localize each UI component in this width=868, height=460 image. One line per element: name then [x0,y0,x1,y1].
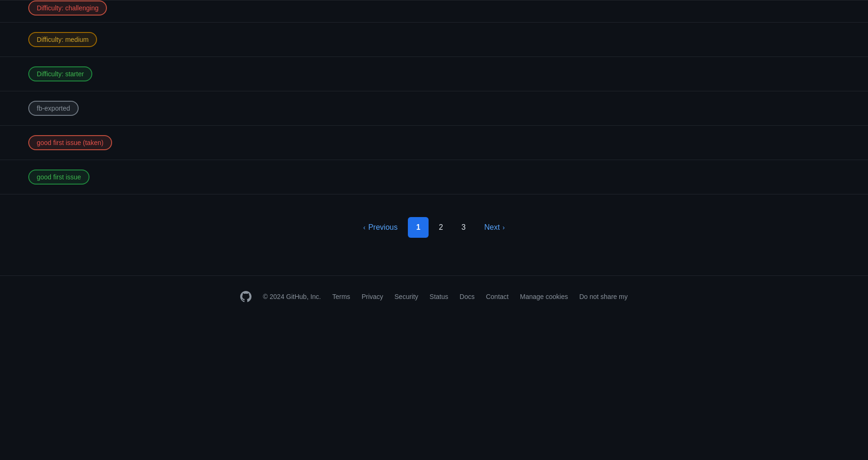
footer-link-do-not-share[interactable]: Do not share my [579,293,628,300]
next-label: Next [484,223,500,232]
chevron-left-icon: ‹ [363,224,365,231]
label-row-good-first-taken: good first issue (taken) [0,126,868,160]
footer-copyright: © 2024 GitHub, Inc. [263,293,321,300]
main-container: Difficulty: challenging Difficulty: medi… [0,0,868,317]
label-row-fb-exported: fb-exported [0,91,868,126]
label-badge-good-first[interactable]: good first issue [28,169,89,185]
github-icon [240,291,251,302]
label-badge-challenging[interactable]: Difficulty: challenging [28,0,107,16]
footer: © 2024 GitHub, Inc. Terms Privacy Securi… [0,275,868,317]
label-badge-starter[interactable]: Difficulty: starter [28,66,92,81]
label-badge-good-first-taken[interactable]: good first issue (taken) [28,135,112,150]
previous-label: Previous [368,223,397,232]
previous-button[interactable]: ‹ Previous [355,219,406,235]
footer-link-manage-cookies[interactable]: Manage cookies [520,293,568,300]
label-row-challenging: Difficulty: challenging [0,0,868,23]
footer-link-contact[interactable]: Contact [486,293,509,300]
footer-link-terms[interactable]: Terms [333,293,350,300]
footer-link-status[interactable]: Status [430,293,448,300]
label-row-medium: Difficulty: medium [0,23,868,57]
label-badge-fb-exported[interactable]: fb-exported [28,101,79,116]
page-3-button[interactable]: 3 [453,217,474,238]
next-button[interactable]: Next › [476,219,513,235]
footer-link-privacy[interactable]: Privacy [362,293,383,300]
footer-link-security[interactable]: Security [395,293,419,300]
page-2-button[interactable]: 2 [430,217,451,238]
label-row-good-first: good first issue [0,160,868,194]
chevron-right-icon: › [503,224,505,231]
page-1-button[interactable]: 1 [408,217,429,238]
labels-section: Difficulty: challenging Difficulty: medi… [0,0,868,194]
label-badge-medium[interactable]: Difficulty: medium [28,32,97,47]
footer-link-docs[interactable]: Docs [460,293,475,300]
label-row-starter: Difficulty: starter [0,57,868,91]
pagination: ‹ Previous 1 2 3 Next › [0,194,868,266]
